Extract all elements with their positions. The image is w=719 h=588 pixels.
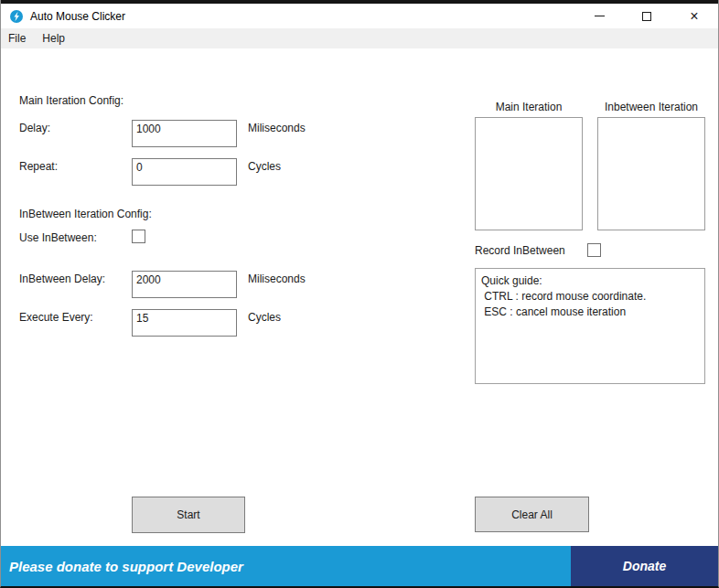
menu-help[interactable]: Help xyxy=(34,29,73,48)
use-inbetween-checkbox[interactable] xyxy=(132,230,145,243)
titlebar: Auto Mouse Clicker × xyxy=(1,4,718,28)
window-controls: × xyxy=(575,4,718,28)
use-inbetween-label: Use InBetween: xyxy=(19,231,97,244)
donate-bar: Please donate to support Developer Donat… xyxy=(1,546,718,586)
menubar: File Help xyxy=(1,28,718,48)
close-button[interactable]: × xyxy=(671,4,718,28)
inbetween-delay-input[interactable] xyxy=(132,271,237,298)
inbetween-iteration-list-header: Inbetween Iteration xyxy=(597,101,705,113)
app-icon xyxy=(9,9,24,24)
inbetween-delay-unit-label: Miliseconds xyxy=(248,273,306,285)
inbetween-config-section-title: InBetween Iteration Config: xyxy=(19,208,152,220)
inbetween-delay-label: InBetween Delay: xyxy=(19,273,105,285)
start-button[interactable]: Start xyxy=(132,497,245,533)
record-inbetween-checkbox[interactable] xyxy=(587,243,601,257)
client-area: Main Iteration Config: Delay: Milisecond… xyxy=(1,48,718,546)
execute-every-label: Execute Every: xyxy=(19,311,93,324)
close-icon: × xyxy=(690,9,698,24)
donate-button[interactable]: Donate xyxy=(571,546,718,586)
app-window: Auto Mouse Clicker × File Help Main Iter… xyxy=(0,0,719,588)
main-iteration-list-header: Main Iteration xyxy=(475,101,583,113)
window-title: Auto Mouse Clicker xyxy=(30,10,125,23)
execute-every-input[interactable] xyxy=(132,309,237,337)
quick-guide-line: CTRL : record mouse coordinate. xyxy=(481,289,699,305)
donate-message: Please donate to support Developer xyxy=(1,546,571,586)
repeat-unit-label: Cycles xyxy=(248,160,281,173)
maximize-icon xyxy=(642,12,651,21)
delay-label: Delay: xyxy=(19,122,50,134)
minimize-button[interactable] xyxy=(575,4,623,28)
record-inbetween-label: Record InBetween xyxy=(475,244,565,257)
repeat-input[interactable] xyxy=(132,158,237,186)
inbetween-iteration-listbox[interactable] xyxy=(597,117,705,230)
execute-every-unit-label: Cycles xyxy=(248,311,281,324)
minimize-icon xyxy=(595,16,605,16)
repeat-label: Repeat: xyxy=(19,160,58,173)
main-iteration-listbox[interactable] xyxy=(475,117,583,230)
main-config-section-title: Main Iteration Config: xyxy=(19,94,123,107)
quick-guide-line: ESC : cancel mouse iteration xyxy=(481,305,699,320)
clear-all-button[interactable]: Clear All xyxy=(475,497,589,532)
quick-guide-panel: Quick guide: CTRL : record mouse coordin… xyxy=(475,268,705,384)
quick-guide-line: Quick guide: xyxy=(481,273,699,289)
menu-file[interactable]: File xyxy=(1,29,34,48)
delay-input[interactable] xyxy=(132,120,237,147)
maximize-button[interactable] xyxy=(623,4,671,28)
delay-unit-label: Miliseconds xyxy=(248,122,306,134)
